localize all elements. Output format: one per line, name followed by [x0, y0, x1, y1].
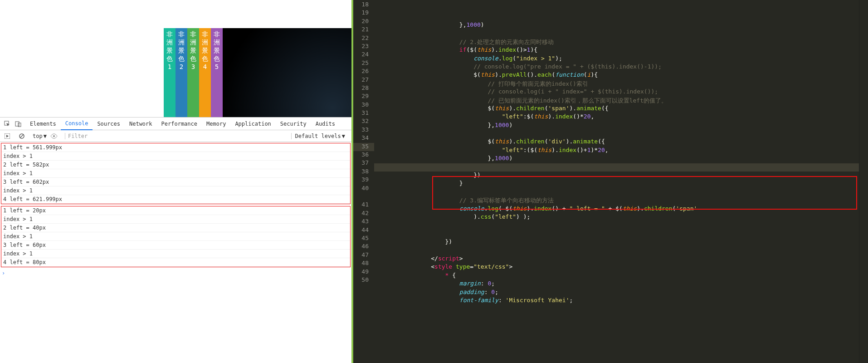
console-log-line: 1 left = 20px: [1, 206, 350, 215]
devtools-tab-application[interactable]: Application: [230, 118, 275, 130]
line-number: [353, 193, 374, 201]
line-number: 38: [353, 168, 374, 176]
highlight-box: [432, 176, 857, 210]
line-number: 19: [353, 9, 374, 17]
console-log-line: 4 left = 80px: [1, 258, 350, 267]
code-line: [374, 247, 859, 255]
code-line: // 打印每个前面元素的index()索引: [374, 80, 859, 88]
line-number: 30: [353, 101, 374, 109]
dropdown-icon: ▼: [44, 133, 47, 139]
console-log-line: index > 1: [1, 250, 350, 258]
inspect-icon[interactable]: [4, 120, 11, 128]
accordion-tab[interactable]: 非洲景色3: [187, 28, 199, 117]
console-log-line: index > 1: [1, 169, 350, 178]
page-preview: 非洲景色1非洲景色2非洲景色3非洲景色4非洲景色5: [0, 0, 351, 117]
line-number: 44: [353, 226, 374, 235]
filter-input[interactable]: Filter: [65, 133, 288, 139]
code-line: padding: 0;: [374, 289, 859, 297]
line-number: 18: [353, 1, 374, 9]
console-log-line: 3 left = 602px: [1, 178, 350, 186]
code-line: margin: 0;: [374, 280, 859, 288]
dropdown-icon: ▼: [342, 133, 345, 139]
code-line: [374, 163, 859, 172]
code-line: [374, 230, 859, 238]
code-line: $(this).prevAll().each(function(i){: [374, 71, 859, 79]
code-line: <style type="text/css">: [374, 263, 859, 271]
code-area[interactable]: },1000) // 2.处理之前的元素向左同时移动 if($(this).in…: [374, 0, 859, 363]
console-log-line: 4 left = 621.999px: [1, 195, 350, 204]
code-line: "left":($(this).index()+1)*20,: [374, 147, 859, 155]
device-icon[interactable]: [15, 120, 22, 128]
log-levels-selector[interactable]: Default levels ▼: [291, 133, 348, 139]
line-number: 23: [353, 43, 374, 51]
code-line: // 2.处理之前的元素向左同时移动: [374, 38, 859, 46]
devtools-tab-bar: ElementsConsoleSourcesNetworkPerformance…: [0, 118, 351, 130]
line-number: 42: [353, 210, 374, 218]
devtools-tab-network[interactable]: Network: [125, 118, 157, 130]
eye-icon[interactable]: [50, 132, 58, 140]
code-line: [374, 221, 859, 230]
devtools-tab-security[interactable]: Security: [276, 118, 311, 130]
line-number: 33: [353, 126, 374, 134]
console-prompt[interactable]: ›: [0, 269, 351, 277]
line-number: 24: [353, 51, 374, 59]
code-editor-pane: 1819202122232425262728293031323334353637…: [351, 0, 868, 363]
line-number: 39: [353, 176, 374, 184]
line-number: 22: [353, 34, 374, 43]
line-number: 40: [353, 185, 374, 193]
line-number: 28: [353, 84, 374, 93]
console-output[interactable]: 1 left = 561.999pxindex > 12 left = 582p…: [0, 142, 351, 363]
devtools-tab-elements[interactable]: Elements: [25, 118, 61, 130]
console-log-line: 1 left = 561.999px: [1, 143, 350, 152]
line-number: 50: [353, 276, 374, 285]
code-line: },1000): [374, 155, 859, 163]
line-number: 21: [353, 26, 374, 34]
devtools-tab-audits[interactable]: Audits: [311, 118, 340, 130]
line-number: 46: [353, 243, 374, 251]
line-number-gutter: 1819202122232425262728293031323334353637…: [353, 0, 374, 363]
console-log-line: index > 1: [1, 186, 350, 195]
line-number: 26: [353, 68, 374, 76]
code-line: font-family: 'Miscrosoft Yahei';: [374, 297, 859, 305]
code-line: $(this).children('div').animate({: [374, 138, 859, 146]
console-log-line: index > 1: [1, 232, 350, 241]
line-number: 20: [353, 18, 374, 26]
browser-preview-pane: 非洲景色1非洲景色2非洲景色3非洲景色4非洲景色5 ElementsConsol…: [0, 0, 351, 363]
console-log-line: index > 1: [1, 152, 350, 161]
devtools-panel: ElementsConsoleSourcesNetworkPerformance…: [0, 117, 351, 363]
console-toolbar: top ▼ Filter Default levels ▼: [0, 130, 351, 142]
code-line: "left":$(this).index()*20,: [374, 113, 859, 121]
accordion-tab[interactable]: 非洲景色4: [199, 28, 211, 117]
line-number: 36: [353, 151, 374, 159]
accordion-tab[interactable]: 非洲景色2: [176, 28, 187, 117]
devtools-tab-memory[interactable]: Memory: [202, 118, 230, 130]
line-number: 25: [353, 59, 374, 68]
code-line: // console.log(i + " index=" + $(this).i…: [374, 88, 859, 96]
line-number: 47: [353, 251, 374, 260]
line-number: 45: [353, 235, 374, 243]
code-line: </script>: [374, 255, 859, 263]
code-line: ).css("left") );: [374, 213, 859, 221]
log-group-2: 1 left = 20pxindex > 12 left = 40pxindex…: [1, 206, 351, 267]
line-number: 32: [353, 118, 374, 126]
play-icon[interactable]: [4, 132, 11, 140]
code-line: // 已知前面元素的index()索引，那么下面可以设置left的值了。: [374, 97, 859, 105]
clear-console-icon[interactable]: [18, 132, 25, 140]
context-label: top: [33, 133, 43, 139]
accordion-tabs: 非洲景色1非洲景色2非洲景色3非洲景色4非洲景色5: [164, 28, 223, 117]
code-line: * {: [374, 272, 859, 280]
line-number: 34: [353, 134, 374, 142]
devtools-tab-performance[interactable]: Performance: [157, 118, 202, 130]
devtools-tab-console[interactable]: Console: [61, 118, 93, 130]
code-line: $(this).children('span').animate({: [374, 105, 859, 113]
code-line: [374, 130, 859, 138]
accordion-tab[interactable]: 非洲景色5: [211, 28, 223, 117]
line-number: 41: [353, 201, 374, 209]
svg-rect-1: [15, 122, 19, 126]
minimap[interactable]: [859, 0, 868, 363]
line-number: 29: [353, 93, 374, 101]
devtools-tab-sources[interactable]: Sources: [93, 118, 125, 130]
accordion-tab[interactable]: 非洲景色1: [164, 28, 176, 117]
context-selector[interactable]: top ▼: [33, 133, 47, 139]
line-number: 48: [353, 260, 374, 268]
